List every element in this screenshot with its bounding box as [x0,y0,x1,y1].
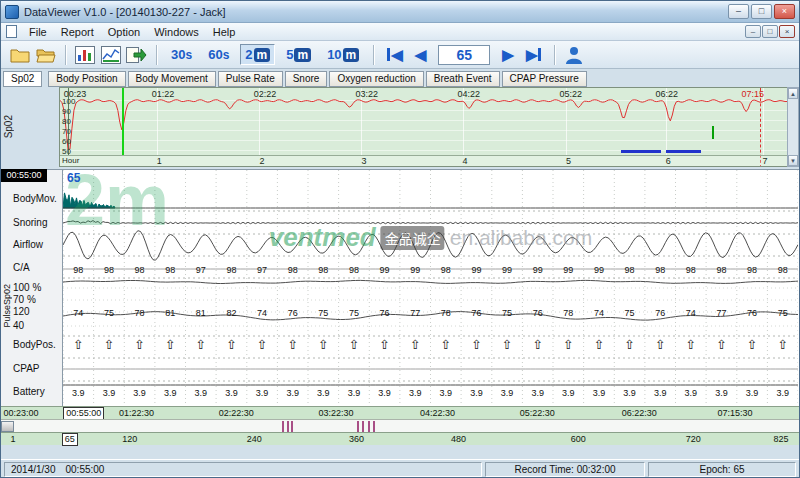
interval-num: 10 [327,47,341,62]
interval-10m-button[interactable]: 10m [322,44,364,65]
scroll-up-button[interactable]: ▲ [788,88,798,99]
tab-breath-event[interactable]: Breath Event [426,71,500,87]
pulse-values-row: 7475788181827476757576777876757678747576… [63,308,798,318]
interval-unit: m [343,48,360,62]
interval-unit: m [254,48,271,62]
export-button[interactable] [124,43,150,67]
timeline-drag-handle[interactable] [1,421,14,432]
minimize-button[interactable]: – [728,4,749,19]
tab-pulse-rate[interactable]: Pulse Rate [218,71,283,87]
app-icon [5,5,19,19]
status-time: 00:55:00 [66,464,105,475]
status-record-time: Record Time: 00:32:00 [485,462,645,477]
hour-axis-label: Hour [62,156,79,165]
tab-body-position[interactable]: Body Position [48,71,125,87]
menubar: File Report Option Windows Help – □ × [1,23,799,41]
interval-num: 60 [208,47,222,62]
nav-glyph: ▶ [502,46,514,64]
toolbar-separator [554,45,555,65]
overview-axis-label: Sp02 [1,87,15,167]
overview-hour-axis: Hour 1234567 [60,155,788,166]
overview-scrollbar[interactable]: ▲ ▼ [787,87,799,167]
prev-epoch-button[interactable]: ◀ [411,46,431,64]
tab-cpap-pressure[interactable]: CPAP Pressure [502,71,587,87]
app-window: DataViewer V1.0 - [20140130-227 - Jack] … [0,0,800,478]
status-datetime: 2014/1/30 00:55:00 [4,462,482,477]
statusbar: 2014/1/30 00:55:00 Record Time: 00:32:00… [1,459,799,478]
menu-windows[interactable]: Windows [147,25,206,39]
menu-report[interactable]: Report [54,25,101,39]
scale-label-100: 100 % [13,282,41,293]
battery-values-row: 3.93.93.93.93.93.93.93.93.93.93.93.93.93… [63,388,798,398]
scale-label-70: 70 % [13,294,36,305]
mdi-close-button[interactable]: × [779,25,795,38]
toolbar: 30s 60s 2m 5m 10m ◀ ◀ ▶ ▶ [1,41,799,69]
overview-position-cursor[interactable] [122,88,124,155]
tab-body-movement[interactable]: Body Movement [128,71,216,87]
toolbar-separator [156,45,157,65]
epoch-input[interactable] [438,45,490,65]
interval-unit: s [223,48,230,62]
scale-label-40: 40 [13,320,24,331]
interval-num: 30 [171,47,185,62]
event-segment [621,150,661,153]
interval-2m-button[interactable]: 2m [240,44,275,65]
channel-tabs: Sp02 Body Position Body Movement Pulse R… [1,69,799,87]
interval-30s-button[interactable]: 30s [166,44,197,65]
menu-option[interactable]: Option [101,25,147,39]
export-icon [126,46,148,64]
overview-panel: Sp02 00:2301:2202:2203:2204:2205:2206:22… [1,87,799,167]
close-button[interactable]: × [774,4,795,19]
bottom-epochs-row[interactable]: 165120240360480600720825 [1,432,799,445]
patient-info-button[interactable] [561,43,587,67]
open-record-button[interactable] [33,43,59,67]
nav-glyph: ◀ [391,46,403,64]
watermark-brand: ventmed [269,222,376,253]
menu-file[interactable]: File [22,25,54,39]
interval-unit: s [185,48,192,62]
interval-num: 5 [286,47,293,62]
watermark-badge: 金品诚企 [381,226,445,250]
interval-5m-button[interactable]: 5m [281,44,316,65]
maximize-button[interactable]: □ [751,4,772,19]
nav-bar [387,48,390,61]
watermark-interval: 2m [65,170,169,236]
tab-sp02[interactable]: Sp02 [3,71,42,87]
trend-chart-button[interactable] [98,43,124,67]
tab-snore[interactable]: Snore [285,71,328,87]
overview-plot[interactable]: 00:2301:2202:2203:2204:2205:2206:2207:15… [59,87,789,167]
mdi-minimize-button[interactable]: – [745,25,761,38]
bottom-times-row[interactable]: 00:23:0000:55:0001:22:3002:22:3003:22:30… [1,406,799,419]
channel-label-airflow: Airflow [13,239,43,250]
channel-label-battery: Battery [13,386,45,397]
bar-chart-icon [75,46,95,64]
status-date: 2014/1/30 [11,464,56,475]
menu-help[interactable]: Help [206,25,243,39]
channel-label-pulsesp02: PulseSp02 [1,274,13,338]
channel-label-ca: C/A [13,262,30,273]
bar-chart-button[interactable] [72,43,98,67]
folder-open-icon [36,46,56,64]
channel-label-cpap: CPAP [13,363,40,374]
interval-60s-button[interactable]: 60s [203,44,234,65]
mdi-restore-button[interactable]: □ [762,25,778,38]
scroll-down-button[interactable]: ▼ [788,155,798,166]
open-file-button[interactable] [7,43,33,67]
titlebar: DataViewer V1.0 - [20140130-227 - Jack] … [1,1,799,23]
current-epoch-time: 00:55:00 [1,169,47,182]
channel-label-bodypos: BodyPos. [13,339,56,350]
last-epoch-button[interactable]: ▶ [522,46,547,64]
event-strip[interactable] [1,419,799,432]
status-epoch: Epoch: 65 [648,462,796,477]
person-icon [564,45,584,65]
nav-glyph: ▶ [526,46,538,64]
document-icon [6,25,17,38]
channel-plot: 2m ventmed 金品诚企 en.alibaba.com 989898989… [63,170,798,407]
channel-label-bodymov: BodyMov. [13,193,57,204]
channel-panel: BodyMov. Snoring Airflow C/A 100 % 70 % … [1,169,799,406]
nav-bar [538,48,541,61]
tab-oxygen-reduction[interactable]: Oxygen reduction [329,71,423,87]
next-epoch-button[interactable]: ▶ [498,46,518,64]
first-epoch-button[interactable]: ◀ [382,46,407,64]
bodypos-row: ⇧⇧⇧⇧⇧⇧⇧⇧⇧⇧⇧⇧⇧⇧⇧⇧⇧⇧⇧⇧⇧⇧⇧⇧ [63,337,798,352]
